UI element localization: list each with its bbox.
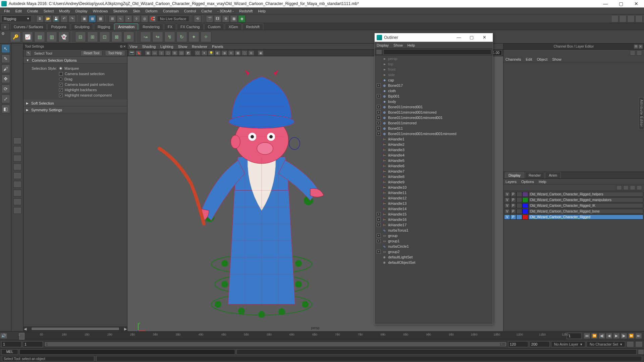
menu-help[interactable]: Help [255,8,268,14]
chbox-menu-channels[interactable]: Channels [505,57,521,61]
redshift-rv-icon[interactable] [611,15,619,22]
common-selection-header[interactable]: ▼Common Selection Options [23,57,127,64]
chbox-close-icon[interactable]: ✕ [639,45,643,49]
outliner-item[interactable]: +ikHandle17 [375,222,493,228]
scale-tool-icon[interactable]: ⤢ [1,95,10,103]
layer-color-swatch[interactable] [522,203,528,208]
graph-layout-icon[interactable] [13,190,21,196]
outliner-item[interactable]: ikHandle4 [375,153,493,158]
layer-color-swatch[interactable] [522,209,528,214]
expand-icon[interactable]: + [377,234,381,238]
paint-select-tool-icon[interactable]: 🖌 [1,64,10,73]
outliner-item[interactable]: ikHandle7 [375,169,493,174]
anim-layer-selector[interactable]: No Anim Layer▾ [551,341,585,347]
layer-color-swatch[interactable] [522,215,528,220]
shelf-tab-curves-surfaces[interactable]: Curves / Surfaces [10,23,47,30]
outliner-item[interactable]: +Bone011 [375,126,493,131]
layer-row[interactable]: VPOld_Wizard_Cartoon_Character_Rigged_bo… [504,208,643,214]
expand-icon[interactable]: + [377,132,381,136]
shelf-path2-icon[interactable]: ↬ [152,32,163,42]
shelf-path4-icon[interactable]: ↻ [176,32,187,42]
last-tool-icon[interactable]: ◧ [1,105,10,113]
new-scene-icon[interactable]: 🗎 [36,15,44,22]
move-layer-up-icon[interactable] [616,185,622,190]
outliner-item[interactable]: +group [375,233,493,238]
layer-playback-toggle[interactable]: P [510,215,516,220]
outliner-item[interactable]: +Bone011mirrored001mirrored [375,110,493,115]
shelf-constraint4-icon[interactable]: ⊠ [111,32,122,42]
layer-color-swatch[interactable] [522,192,528,197]
outliner-titlebar[interactable]: Outliner — ▢ ✕ [375,33,493,42]
shelf-constraint2-icon[interactable]: ⊞ [87,32,98,42]
chbox-menu-edit[interactable]: Edit [526,57,532,61]
open-scene-icon[interactable]: 📂 [44,15,52,22]
outliner-filter-icon[interactable] [376,49,382,55]
expand-icon[interactable]: + [377,250,381,254]
menu-file[interactable]: File [1,8,13,14]
tool-help-button[interactable]: Tool Help [105,50,125,56]
outliner-item[interactable]: nurbsCircle1 [375,244,493,249]
single-pane-icon[interactable] [13,137,21,144]
command-input[interactable] [19,349,235,355]
outliner-menu-help[interactable]: Help [408,43,415,47]
vp-menu-view[interactable]: View [129,45,138,49]
layer-display-type[interactable] [516,209,522,214]
shelf-tab-rigging[interactable]: Rigging [94,23,114,30]
chbox-menu-show[interactable]: Show [552,57,561,61]
outliner-item[interactable]: +group1 [375,238,493,244]
layer-playback-toggle[interactable]: P [510,192,516,197]
vp-smooth-shade-icon[interactable]: ● [201,50,207,56]
layer-name[interactable]: Old_Wizard_Cartoon_Character_Rigged_mani… [528,197,643,202]
menu-cache[interactable]: Cache [199,8,215,14]
viewport-2-icon[interactable]: ◉ [238,15,246,22]
vp-image-plane-icon[interactable]: ▦ [145,50,151,56]
vp-xray-icon[interactable]: ◌ [241,50,248,56]
outliner-maximize-button[interactable]: ▢ [465,34,478,41]
layer-display-type[interactable] [516,197,522,202]
autokey-icon[interactable] [627,341,634,347]
shelf-dope-icon[interactable]: ▤ [34,32,45,42]
vp-xray-joints-icon[interactable]: ⊕ [248,50,254,56]
outliner-item[interactable]: persp [375,56,493,61]
two-pane-v-icon[interactable] [13,164,21,170]
snap-plane-icon[interactable]: ◊ [133,15,140,22]
outliner-layout-icon[interactable] [13,181,21,188]
menu-deform[interactable]: Deform [143,8,160,14]
close-button[interactable]: ✕ [630,0,643,7]
vp-camera-select-icon[interactable]: 📷 [129,50,135,56]
menu--3dtoall-[interactable]: - 3DtoAll - [215,8,236,14]
layer-visibility-toggle[interactable]: V [504,203,510,208]
outliner-window[interactable]: Outliner — ▢ ✕ DisplayShowHelp persptopf… [374,33,493,324]
four-pane-icon[interactable] [13,146,21,153]
layers-menu-options[interactable]: Options [521,180,534,184]
outliner-item[interactable]: +ikHandle16 [375,217,493,222]
anim-start-field[interactable]: 1 [1,341,21,347]
outliner-item[interactable]: nurbsTorus1 [375,228,493,233]
outliner-item[interactable]: ikHandle13 [375,201,493,206]
menu-modify[interactable]: Modify [56,8,72,14]
drag-radio[interactable] [59,77,62,81]
chbox-undock-icon[interactable]: ⧉ [634,45,638,49]
symmetry-settings-header[interactable]: ▶Symmetry Settings [23,107,127,113]
outliner-item[interactable]: ikHandle12 [375,195,493,201]
marquee-radio[interactable] [59,67,62,70]
snap-point-icon[interactable]: • [125,15,132,22]
layer-row[interactable]: VPOld_Wizard_Cartoon_Character_Rigged [504,214,643,220]
shelf-tab-fx[interactable]: FX [164,23,176,30]
layout-2-icon[interactable] [627,15,635,22]
chbox-mode2-icon[interactable] [637,50,642,56]
outliner-item[interactable]: +Bone011mirrored001 [375,104,493,110]
chbox-mode1-icon[interactable] [630,50,635,56]
shelf-options-icon[interactable]: ⚙ [1,32,9,42]
vp-motion-blur-icon[interactable]: ≋ [228,50,234,56]
ipr-render-icon[interactable]: 🎞 [214,15,221,22]
step-fwd-key-button[interactable]: ⏩ [628,333,635,339]
shelf-tab-custom[interactable]: Custom [204,23,224,30]
vp-field-chart-icon[interactable]: ⊞ [172,50,178,56]
vp-film-gate-icon[interactable]: ▭ [152,50,158,56]
menu-skeleton[interactable]: Skeleton [110,8,130,14]
shelf-path1-icon[interactable]: ↝ [140,32,151,42]
outliner-item[interactable]: front [375,67,493,72]
save-scene-icon[interactable]: 💾 [52,15,60,22]
expand-icon[interactable]: + [377,105,381,109]
